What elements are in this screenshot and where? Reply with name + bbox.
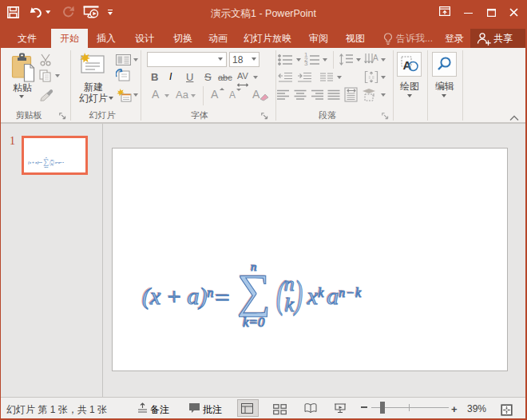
svg-text:A: A xyxy=(373,53,378,62)
